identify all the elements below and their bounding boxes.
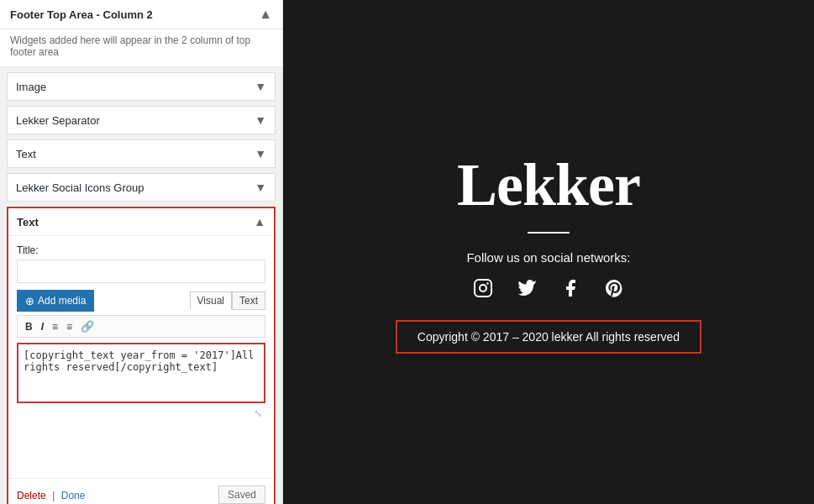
resize-icon: ⤡ <box>254 407 262 419</box>
widget-text-expanded-arrow: ▲ <box>254 215 265 228</box>
svg-point-2 <box>486 282 488 284</box>
done-link[interactable]: Done <box>61 490 86 501</box>
link-button[interactable]: 🔗 <box>78 318 97 334</box>
twitter-icon <box>517 278 537 303</box>
svg-point-1 <box>480 285 486 291</box>
widget-image-label: Image <box>16 81 46 93</box>
resize-handle: ⤡ <box>17 406 265 421</box>
bold-button[interactable]: B <box>23 319 35 334</box>
italic-button[interactable]: I <box>39 319 46 334</box>
widget-social-arrow: ▼ <box>255 181 266 194</box>
left-panel: Footer Top Area - Column 2 ▲ Widgets add… <box>0 0 283 504</box>
widget-image-arrow: ▼ <box>255 80 266 93</box>
unordered-list-button[interactable]: ≡ <box>50 319 60 334</box>
panel-header: Footer Top Area - Column 2 ▲ <box>0 0 282 29</box>
delete-link[interactable]: Delete <box>17 490 46 501</box>
toolbar-row: ⊕ Add media Visual Text <box>17 290 265 312</box>
ordered-list-button[interactable]: ≡ <box>64 319 75 334</box>
preview-content: Lekker Follow us on social networks: <box>283 134 814 370</box>
widget-text-body: Title: ⊕ Add media Visual Text B I ≡ ≡ � <box>8 236 274 478</box>
title-input[interactable] <box>17 260 265 283</box>
preview-copyright: Copyright © 2017 – 2020 lekker All right… <box>418 330 680 344</box>
widget-lekker-social[interactable]: Lekker Social Icons Group ▼ <box>7 173 276 202</box>
widget-text1[interactable]: Text ▼ <box>7 139 276 168</box>
tab-visual[interactable]: Visual <box>190 291 232 310</box>
widget-footer-left: Delete | Done <box>17 489 85 501</box>
widget-text-expanded-label: Text <box>17 216 39 228</box>
format-toolbar: B I ≡ ≡ 🔗 <box>17 315 265 338</box>
preview-social-label: Follow us on social networks: <box>466 250 630 265</box>
panel-description: Widgets added here will appear in the 2 … <box>0 29 282 67</box>
preview-divider <box>528 232 570 234</box>
add-media-button[interactable]: ⊕ Add media <box>17 290 94 312</box>
panel-collapse-icon[interactable]: ▲ <box>259 7 272 22</box>
widget-separator-label: Lekker Separator <box>16 114 100 127</box>
widget-text1-label: Text <box>16 148 36 160</box>
right-panel: Lekker Follow us on social networks: <box>283 0 814 504</box>
title-label: Title: <box>17 244 265 256</box>
widget-text-expanded: Text ▲ Title: ⊕ Add media Visual Text B <box>7 207 276 504</box>
add-media-label: Add media <box>38 295 86 307</box>
widget-lekker-separator[interactable]: Lekker Separator ▼ <box>7 106 276 134</box>
widget-text1-arrow: ▼ <box>255 147 266 160</box>
add-media-icon: ⊕ <box>25 295 34 307</box>
text-editor[interactable]: [copyright_text year_from = '2017']All r… <box>17 343 265 403</box>
panel-title: Footer Top Area - Column 2 <box>10 8 153 21</box>
spacer <box>17 421 265 471</box>
widget-social-label: Lekker Social Icons Group <box>16 181 144 194</box>
instagram-icon <box>473 278 493 303</box>
facebook-icon <box>560 278 580 303</box>
view-tabs: Visual Text <box>190 291 265 310</box>
pinterest-icon <box>604 278 624 303</box>
copyright-box: Copyright © 2017 – 2020 lekker All right… <box>396 320 701 354</box>
preview-logo: Lekker <box>457 150 640 220</box>
widget-separator-arrow: ▼ <box>255 113 266 127</box>
tab-text[interactable]: Text <box>232 291 265 310</box>
widget-text-expanded-header[interactable]: Text ▲ <box>8 208 274 236</box>
svg-rect-0 <box>475 280 491 297</box>
preview-social-icons <box>473 278 624 303</box>
widget-footer: Delete | Done Saved <box>8 478 274 504</box>
saved-button: Saved <box>218 486 265 504</box>
widget-image[interactable]: Image ▼ <box>7 72 276 101</box>
